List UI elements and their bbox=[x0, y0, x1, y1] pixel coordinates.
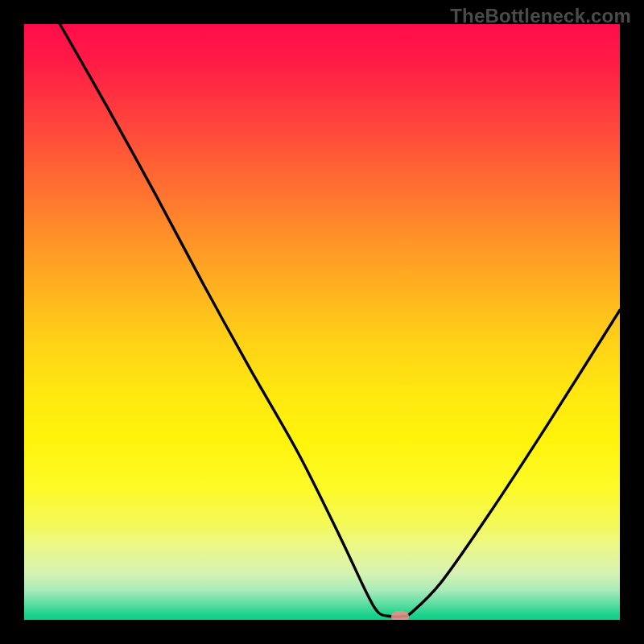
bottleneck-curve-path bbox=[60, 24, 620, 617]
bottleneck-curve-svg bbox=[24, 24, 620, 620]
optimal-marker-icon bbox=[391, 611, 409, 620]
chart-frame: TheBottleneck.com bbox=[0, 0, 644, 644]
watermark-text: TheBottleneck.com bbox=[450, 5, 631, 27]
plot-area bbox=[24, 24, 620, 620]
